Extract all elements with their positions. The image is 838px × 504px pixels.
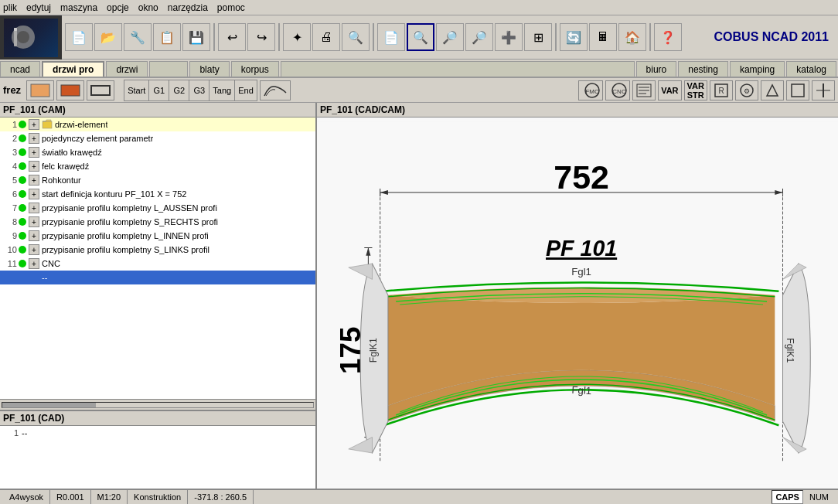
toolbar-r-4[interactable] (786, 80, 809, 100)
tang-btn[interactable]: Tang (210, 80, 235, 100)
tab-blaty[interactable]: blaty (189, 61, 229, 77)
toolbar-btn-15[interactable]: ➕ (495, 23, 523, 51)
cam-list[interactable]: 1 + drzwi-element 2 + pojedynczy element… (0, 117, 315, 399)
menu-plik[interactable]: plik (3, 2, 17, 13)
new-file-btn[interactable]: 📄 (65, 23, 93, 51)
cam-row-text-10: przypisanie profilu kompletny S_LINKS pr… (42, 245, 210, 254)
open-btn[interactable]: 📂 (94, 23, 122, 51)
cad-panel-header: PF_101 (CAD) (0, 411, 315, 426)
frez-icon-3[interactable] (87, 80, 114, 100)
toolbar-r-1[interactable]: R (710, 80, 733, 100)
help-btn[interactable]: ❓ (654, 23, 682, 51)
status-coordinates: -371.8 : 260.5 (188, 490, 254, 504)
cam-row-5[interactable]: 5 + Rohkontur (0, 173, 315, 187)
fmc-btn[interactable]: FMC (578, 80, 603, 100)
expand-9[interactable]: + (29, 230, 39, 241)
toolbar-btn-14[interactable]: 🔎 (465, 23, 493, 51)
expand-6[interactable]: + (29, 189, 39, 199)
cam-row-11[interactable]: 11 + CNC (0, 257, 315, 271)
menu-maszyna[interactable]: maszyna (60, 2, 97, 13)
tab-biuro[interactable]: biuro (636, 61, 677, 77)
row-dot-11 (19, 260, 26, 267)
save-btn[interactable]: 🔧 (124, 23, 152, 51)
cad-drawing[interactable]: 752 175 PF 101 Fgl1 (317, 117, 838, 489)
cad-view[interactable]: 752 175 PF 101 Fgl1 (317, 117, 838, 489)
home-btn[interactable]: 🏠 (618, 23, 646, 51)
search-btn[interactable]: 🔍 (342, 23, 370, 51)
tab-ncad[interactable]: ncad (0, 61, 40, 77)
cam-row-7[interactable]: 7 + przypisanie profilu kompletny L_AUSS… (0, 201, 315, 215)
cam-row-6[interactable]: 6 + start definicja konturu PF_101 X = 7… (0, 187, 315, 201)
g1-btn[interactable]: G1 (149, 80, 169, 100)
expand-2[interactable]: + (29, 133, 39, 144)
expand-8[interactable]: + (29, 216, 39, 227)
tab-katalog[interactable]: katalog (786, 61, 836, 77)
menu-narzedzia[interactable]: narzędzia (168, 2, 208, 13)
g2-btn[interactable]: G2 (169, 80, 189, 100)
tab-drzwi[interactable]: drzwi (106, 61, 148, 77)
expand-11[interactable]: + (29, 258, 39, 269)
cam-row-9[interactable]: 9 + przypisanie profilu kompletny L_INNE… (0, 229, 315, 243)
toolbar-btn-8[interactable]: ✦ (283, 23, 311, 51)
menu-edytuj[interactable]: edytuj (26, 2, 51, 13)
toolbar-btn-5[interactable]: 💾 (182, 23, 210, 51)
menu-opcje[interactable]: opcje (107, 2, 129, 13)
menu-okno[interactable]: okno (138, 2, 158, 13)
frez-label: frez (3, 84, 21, 96)
tab-drzwi-pro[interactable]: drzwi pro (42, 61, 104, 77)
cam-scrollbar[interactable] (0, 399, 315, 410)
calc-btn[interactable]: 🖩 (589, 23, 617, 51)
toolbar-r-5[interactable] (812, 80, 835, 100)
end-btn[interactable]: End (235, 80, 257, 100)
expand-4[interactable]: + (29, 161, 39, 172)
cad-row-1[interactable]: 1 -- (0, 426, 315, 440)
redo-btn[interactable]: ↪ (247, 23, 275, 51)
cam-row-text-8: przypisanie profilu kompletny S_RECHTS p… (42, 217, 218, 226)
arc-icons[interactable] (260, 80, 291, 100)
fgl1-top-label: Fgl1 (571, 266, 591, 278)
tab-kamping[interactable]: kamping (730, 61, 785, 77)
frez-icon-2[interactable] (56, 80, 84, 100)
toolbar-btn-4[interactable]: 📋 (153, 23, 181, 51)
var-str-btn[interactable]: VARSTR (684, 80, 707, 100)
undo-btn[interactable]: ↩ (218, 23, 246, 51)
cam-row-4[interactable]: 4 + felc krawędź (0, 159, 315, 173)
svg-rect-3 (14, 28, 17, 31)
print-btn[interactable]: 🖨 (312, 23, 340, 51)
zoom-btn[interactable]: 🔍 (407, 23, 434, 51)
frez-icon-1[interactable] (26, 80, 54, 100)
start-btn[interactable]: Start (124, 80, 149, 100)
var-btn[interactable]: VAR (658, 80, 681, 100)
tab-empty-1[interactable] (149, 61, 188, 77)
expand-10[interactable]: + (29, 244, 39, 255)
expand-1[interactable]: + (29, 119, 39, 130)
menu-pomoc[interactable]: pomoc (217, 2, 245, 13)
cam-row-1[interactable]: 1 + drzwi-element (0, 117, 315, 131)
cam-row-3[interactable]: 3 + światło krawędź (0, 145, 315, 159)
toolbar-r-3[interactable] (761, 80, 784, 100)
tab-nesting[interactable]: nesting (678, 61, 728, 77)
cam-row-8[interactable]: 8 + przypisanie profilu kompletny S_RECH… (0, 215, 315, 229)
toolbar-btn-13[interactable]: 🔎 (436, 23, 464, 51)
cad-list[interactable]: 1 -- (0, 426, 315, 489)
toolbar-btn-16[interactable]: ⊞ (524, 23, 552, 51)
expand-5[interactable]: + (29, 175, 39, 186)
tab-bar: ncad drzwi pro drzwi blaty korpus biuro … (0, 60, 838, 78)
toolbar-btn-11[interactable]: 📄 (377, 23, 405, 51)
cam-row-2[interactable]: 2 + pojedynczy element parametr (0, 131, 315, 145)
expand-3[interactable]: + (29, 147, 39, 158)
secondary-toolbar: frez Start G1 G2 G3 Tang End FMC CNC (0, 78, 838, 103)
expand-7[interactable]: + (29, 203, 39, 213)
cam-row-selected[interactable]: + -- (0, 271, 315, 284)
toolbar-btn-17[interactable]: 🔄 (560, 23, 588, 51)
tab-korpus[interactable]: korpus (231, 61, 279, 77)
toolbar-r-2[interactable]: ⚙ (735, 80, 758, 100)
app-title: COBUS NCAD 2011 (714, 30, 835, 44)
cam-row-text-6: start definicja konturu PF_101 X = 752 (42, 189, 186, 199)
logo-image (4, 19, 58, 57)
row-dot-6 (19, 190, 26, 198)
list-btn[interactable] (632, 80, 656, 100)
cam-row-10[interactable]: 10 + przypisanie profilu kompletny S_LIN… (0, 243, 315, 257)
g3-btn[interactable]: G3 (189, 80, 210, 100)
cnc-btn[interactable]: CNC (605, 80, 630, 100)
